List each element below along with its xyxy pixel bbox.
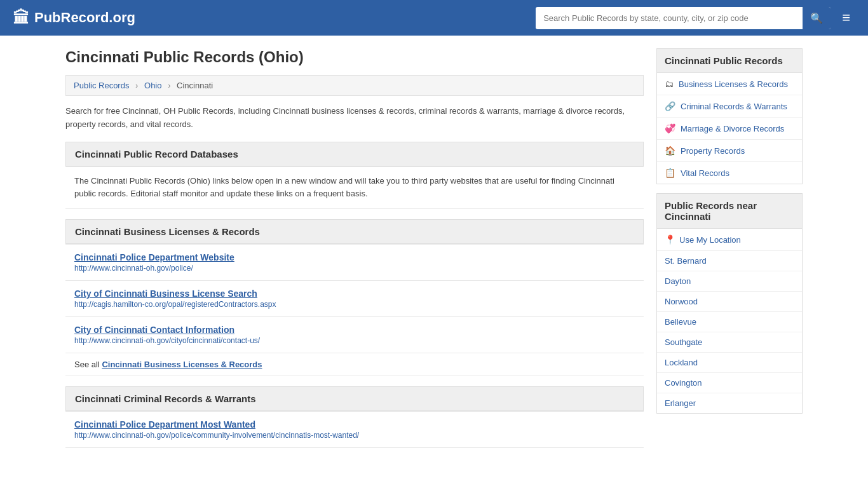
sidebar-item-label: Vital Records xyxy=(681,168,729,178)
entry-url[interactable]: http://www.cincinnati-oh.gov/police/ xyxy=(74,264,193,273)
record-entry: Cincinnati Police Department Most Wanted… xyxy=(65,411,644,448)
entry-link[interactable]: Cincinnati Police Department Website xyxy=(74,252,234,262)
menu-button[interactable]: ≡ xyxy=(837,7,855,29)
record-entry: City of Cincinnati Business License Sear… xyxy=(65,281,644,317)
nearby-city-link[interactable]: Dayton xyxy=(657,271,802,291)
logo-text: PubRecord.org xyxy=(34,10,135,26)
sidebar-item-label: Property Records xyxy=(681,146,745,156)
breadcrumb-sep-1: › xyxy=(135,81,138,90)
nearby-city-link[interactable]: Norwood xyxy=(657,292,802,311)
nearby-city[interactable]: Erlanger xyxy=(657,393,802,413)
sidebar-records-title: Cincinnati Public Records xyxy=(657,49,802,73)
sidebar-records-box: Cincinnati Public Records 🗂 Business Lic… xyxy=(656,48,803,184)
header-right: 🔍 ≡ xyxy=(536,7,855,29)
breadcrumb-ohio[interactable]: Ohio xyxy=(144,81,161,90)
entry-url[interactable]: http://www.cincinnati-oh.gov/cityofcinci… xyxy=(74,336,260,345)
search-bar: 🔍 xyxy=(536,7,831,29)
sidebar-records-list: 🗂 Business Licenses & Records 🔗 Criminal… xyxy=(657,73,802,184)
record-entry: City of Cincinnati Contact Information h… xyxy=(65,317,644,353)
nearby-city-link[interactable]: Erlanger xyxy=(657,393,802,413)
sidebar-link-marriage[interactable]: 💞 Marriage & Divorce Records xyxy=(657,118,802,139)
sidebar-item-label: Criminal Records & Warrants xyxy=(681,102,787,111)
sidebar-item-criminal[interactable]: 🔗 Criminal Records & Warrants xyxy=(657,95,802,118)
criminal-section-header: Cincinnati Criminal Records & Warrants xyxy=(65,386,644,411)
sidebar-item-marriage[interactable]: 💞 Marriage & Divorce Records xyxy=(657,118,802,140)
hamburger-icon: ≡ xyxy=(842,10,850,25)
breadcrumb: Public Records › Ohio › Cincinnati xyxy=(65,75,644,96)
sidebar-item-label: Marriage & Divorce Records xyxy=(681,124,784,133)
business-section-header: Cincinnati Business Licenses & Records xyxy=(65,219,644,244)
entry-title: City of Cincinnati Business License Sear… xyxy=(74,288,635,299)
record-entry: Cincinnati Police Department Website htt… xyxy=(65,244,644,281)
sidebar-item-vital[interactable]: 📋 Vital Records xyxy=(657,162,802,184)
nearby-city-link[interactable]: Covington xyxy=(657,373,802,393)
search-button[interactable]: 🔍 xyxy=(803,7,831,29)
sidebar-item-property[interactable]: 🏠 Property Records xyxy=(657,140,802,162)
nearby-city-link[interactable]: Lockland xyxy=(657,353,802,372)
sidebar: Cincinnati Public Records 🗂 Business Lic… xyxy=(656,48,803,448)
nearby-city-link[interactable]: St. Bernard xyxy=(657,251,802,271)
databases-section-header: Cincinnati Public Record Databases xyxy=(65,142,644,166)
nearby-city[interactable]: Southgate xyxy=(657,332,802,353)
nearby-city[interactable]: Bellevue xyxy=(657,312,802,332)
page-container: Cincinnati Public Records (Ohio) Public … xyxy=(53,36,815,461)
nearby-city[interactable]: Norwood xyxy=(657,292,802,312)
use-location-button[interactable]: 📍 Use My Location xyxy=(657,229,802,251)
breadcrumb-cincinnati: Cincinnati xyxy=(177,81,213,90)
sidebar-item-label: Business Licenses & Records xyxy=(679,79,788,89)
nearby-city-link[interactable]: Southgate xyxy=(657,332,802,352)
sidebar-link-criminal[interactable]: 🔗 Criminal Records & Warrants xyxy=(657,95,802,117)
search-icon: 🔍 xyxy=(810,13,823,24)
sidebar-nearby-title: Public Records near Cincinnati xyxy=(657,194,802,229)
nearby-city[interactable]: Covington xyxy=(657,373,802,393)
sidebar-link-business[interactable]: 🗂 Business Licenses & Records xyxy=(657,73,802,95)
use-location-label: Use My Location xyxy=(679,235,741,245)
sidebar-link-vital[interactable]: 📋 Vital Records xyxy=(657,162,802,184)
handcuffs-icon: 🔗 xyxy=(665,101,675,111)
entry-url[interactable]: http://www.cincinnati-oh.gov/police/comm… xyxy=(74,431,359,440)
entry-title: City of Cincinnati Contact Information xyxy=(74,325,635,335)
search-input[interactable] xyxy=(536,8,803,28)
site-header: 🏛 PubRecord.org 🔍 ≡ xyxy=(0,0,868,36)
location-icon: 📍 xyxy=(665,234,675,245)
entry-title: Cincinnati Police Department Most Wanted xyxy=(74,419,635,430)
entry-link[interactable]: City of Cincinnati Contact Information xyxy=(74,325,234,335)
see-all-business: See all Cincinnati Business Licenses & R… xyxy=(65,353,644,376)
nearby-city-link[interactable]: Bellevue xyxy=(657,312,802,332)
sidebar-link-property[interactable]: 🏠 Property Records xyxy=(657,140,802,161)
entry-link[interactable]: City of Cincinnati Business License Sear… xyxy=(74,288,257,299)
entry-title: Cincinnati Police Department Website xyxy=(74,252,635,262)
clipboard-icon: 📋 xyxy=(665,168,675,178)
sidebar-item-business[interactable]: 🗂 Business Licenses & Records xyxy=(657,73,802,95)
nearby-city[interactable]: Dayton xyxy=(657,271,802,292)
entry-url[interactable]: http://cagis.hamilton-co.org/opal/regist… xyxy=(74,300,276,309)
breadcrumb-public-records[interactable]: Public Records xyxy=(74,81,129,90)
nearby-city[interactable]: St. Bernard xyxy=(657,251,802,271)
main-content: Cincinnati Public Records (Ohio) Public … xyxy=(65,48,644,448)
site-logo[interactable]: 🏛 PubRecord.org xyxy=(13,8,135,28)
sidebar-nearby-box: Public Records near Cincinnati 📍 Use My … xyxy=(656,193,803,414)
databases-description: The Cincinnati Public Records (Ohio) lin… xyxy=(65,166,644,210)
nearby-cities-list: St. Bernard Dayton Norwood Bellevue Sout… xyxy=(657,251,802,413)
see-all-link[interactable]: Cincinnati Business Licenses & Records xyxy=(102,360,262,369)
page-description: Search for free Cincinnati, OH Public Re… xyxy=(65,105,644,132)
breadcrumb-sep-2: › xyxy=(168,81,170,90)
nearby-city[interactable]: Lockland xyxy=(657,353,802,373)
building-icon: 🏛 xyxy=(13,8,29,28)
entry-link[interactable]: Cincinnati Police Department Most Wanted xyxy=(74,419,255,430)
rings-icon: 💞 xyxy=(665,123,675,133)
see-all-text: See all xyxy=(74,360,102,369)
briefcase-icon: 🗂 xyxy=(665,79,674,89)
page-title: Cincinnati Public Records (Ohio) xyxy=(65,48,644,66)
house-icon: 🏠 xyxy=(665,146,675,156)
